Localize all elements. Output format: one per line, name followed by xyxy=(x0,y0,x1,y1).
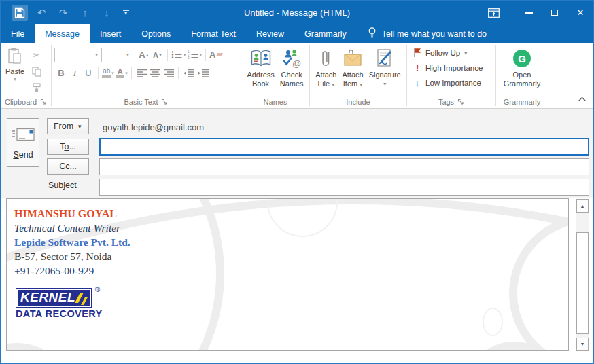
tab-insert[interactable]: Insert xyxy=(90,24,131,43)
align-left-button[interactable] xyxy=(135,66,148,81)
tab-options[interactable]: Options xyxy=(131,24,181,43)
to-field[interactable] xyxy=(99,138,589,156)
grow-font-button[interactable]: A▲ xyxy=(137,48,151,62)
message-header: Send From ▼ goyalh.lepide@gmail.com To..… xyxy=(1,109,593,198)
lightbulb-icon xyxy=(368,27,377,41)
attach-file-button[interactable]: Attach File ▾ xyxy=(313,46,339,96)
redo-icon[interactable]: ↷ xyxy=(55,5,71,21)
next-item-icon[interactable]: ↓ xyxy=(99,5,115,21)
font-size-combo[interactable]: ▾ xyxy=(105,48,133,62)
scrollbar-thumb[interactable] xyxy=(576,232,589,334)
save-icon[interactable] xyxy=(12,5,28,21)
subject-field[interactable] xyxy=(99,179,589,196)
ribbon-group-tags: Follow Up ▾ ! High Importance ↓ Low Impo… xyxy=(407,43,495,108)
format-painter-button[interactable] xyxy=(29,81,44,94)
high-importance-icon: ! xyxy=(413,62,421,73)
logo-slash-icon xyxy=(81,297,88,305)
increase-indent-button[interactable] xyxy=(196,66,210,81)
collapse-ribbon-icon[interactable] xyxy=(578,92,587,105)
attach-item-button[interactable]: Attach Item ▾ xyxy=(339,46,366,96)
numbering-button[interactable]: 123 ▾ xyxy=(187,48,203,62)
clipboard-dialog-launcher-icon[interactable] xyxy=(40,98,47,105)
chevron-down-icon: ▾ xyxy=(125,71,128,76)
underline-button[interactable]: U xyxy=(82,66,95,81)
paste-clipboard-icon xyxy=(7,47,23,67)
chevron-down-icon: ▼ xyxy=(77,124,82,130)
customize-qat-icon[interactable]: ▾ xyxy=(120,5,131,21)
text-caret xyxy=(103,141,103,152)
shrink-font-button[interactable]: A▼ xyxy=(151,48,164,62)
signature-address: B-57, Sector 57, Noida xyxy=(14,249,568,263)
cc-field[interactable] xyxy=(99,158,589,175)
ribbon-display-options-icon[interactable] xyxy=(481,1,506,24)
from-button[interactable]: From ▼ xyxy=(47,118,89,134)
signature-name: HIMANSHU GOYAL xyxy=(14,206,568,221)
tab-format-text[interactable]: Format Text xyxy=(181,24,246,43)
follow-up-button[interactable]: Follow Up ▾ xyxy=(407,46,495,60)
kernel-data-recovery-logo: KERNEL ® DATA RECOVERY xyxy=(16,288,124,319)
tell-me-box[interactable]: Tell me what you want to do xyxy=(368,24,487,43)
scroll-down-button[interactable]: ▼ xyxy=(576,338,589,350)
basic-text-dialog-launcher-icon[interactable] xyxy=(161,98,168,105)
signature-company: Lepide Software Pvt. Ltd. xyxy=(14,235,568,249)
svg-text:3: 3 xyxy=(188,56,190,59)
ribbon-group-grammarly: G Open Grammarly Grammarly xyxy=(496,43,548,108)
flag-icon xyxy=(413,48,421,59)
bullets-button[interactable]: ▾ xyxy=(171,48,187,62)
align-right-button[interactable] xyxy=(162,66,175,81)
align-center-button[interactable] xyxy=(148,66,162,81)
send-button[interactable]: Send xyxy=(7,118,39,167)
chevron-down-icon: ▾ xyxy=(92,48,101,62)
close-button[interactable]: ✕ xyxy=(567,1,593,24)
attach-item-icon xyxy=(343,48,363,69)
svg-text:@: @ xyxy=(292,58,301,68)
clear-formatting-button[interactable]: A xyxy=(209,48,223,62)
cut-button[interactable]: ✂ xyxy=(29,48,44,62)
to-button[interactable]: To... xyxy=(47,139,89,155)
tags-dialog-launcher-icon[interactable] xyxy=(457,98,464,105)
decrease-indent-button[interactable] xyxy=(181,66,196,81)
clipboard-group-label: Clipboard xyxy=(5,98,37,106)
kernel-logo-text: KERNEL xyxy=(20,290,75,305)
body-scrollbar[interactable]: ▲ ▼ xyxy=(576,199,589,351)
undo-icon[interactable]: ↶ xyxy=(33,5,50,21)
signature-button[interactable]: Signature ▾ xyxy=(366,46,404,96)
high-importance-button[interactable]: ! High Importance xyxy=(407,60,495,75)
text-highlight-button[interactable]: ab ▾ xyxy=(101,66,115,81)
low-importance-icon: ↓ xyxy=(413,78,421,88)
signature-phone: +91-72065-00-929 xyxy=(14,263,568,278)
outlook-compose-window: ↶ ↷ ↑ ↓ ▾ Untitled - Message (HTML) ✕ Fi… xyxy=(0,0,594,364)
font-color-button[interactable]: A ▾ xyxy=(115,66,128,81)
tab-file[interactable]: File xyxy=(1,24,35,43)
minimize-button[interactable] xyxy=(516,1,542,24)
paste-label: Paste xyxy=(5,67,24,75)
maximize-button[interactable] xyxy=(542,1,567,24)
signature-role: Technical Content Writer xyxy=(14,221,568,235)
send-label: Send xyxy=(13,150,33,160)
low-importance-button[interactable]: ↓ Low Importance xyxy=(407,75,495,90)
copy-button[interactable] xyxy=(29,65,44,78)
paste-button[interactable]: Paste ▾ xyxy=(1,46,29,96)
open-grammarly-button[interactable]: G Open Grammarly xyxy=(501,46,543,96)
address-book-button[interactable]: Address Book xyxy=(244,46,277,96)
ribbon-group-basic-text: ▾ ▾ A▲ A▼ ▾ 123 ▾ A B I U xyxy=(52,43,241,108)
signature-icon xyxy=(376,48,394,69)
chevron-down-icon: ▾ xyxy=(360,81,362,88)
check-names-icon: @ xyxy=(281,48,302,69)
font-name-combo[interactable]: ▾ xyxy=(54,48,102,62)
check-names-button[interactable]: @ Check Names xyxy=(277,46,307,96)
cc-button[interactable]: Cc... xyxy=(47,158,89,175)
message-body[interactable]: HIMANSHU GOYAL Technical Content Writer … xyxy=(6,198,569,351)
scroll-up-button[interactable]: ▲ xyxy=(576,200,589,213)
ribbon-tab-row: File Message Insert Options Format Text … xyxy=(1,24,593,43)
include-group-label: Include xyxy=(346,98,370,106)
window-controls: ✕ xyxy=(481,1,593,24)
tab-review[interactable]: Review xyxy=(246,24,294,43)
italic-button[interactable]: I xyxy=(68,66,82,81)
from-address: goyalh.lepide@gmail.com xyxy=(103,122,204,132)
previous-item-icon[interactable]: ↑ xyxy=(77,5,93,21)
tab-message[interactable]: Message xyxy=(35,24,90,43)
bold-button[interactable]: B xyxy=(54,66,68,81)
chevron-down-icon: ▾ xyxy=(184,52,186,58)
tab-grammarly[interactable]: Grammarly xyxy=(294,24,357,43)
